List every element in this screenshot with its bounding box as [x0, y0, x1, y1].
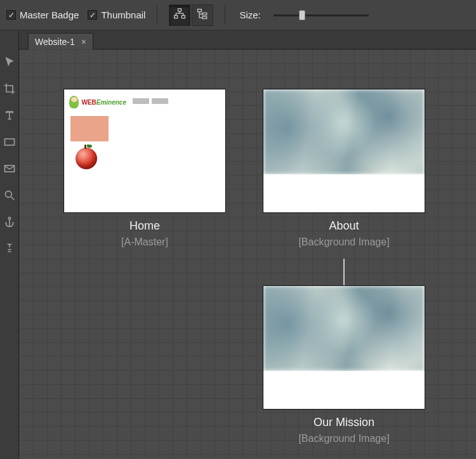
anchor-icon: [3, 216, 16, 230]
zoom-tool[interactable]: [3, 189, 17, 203]
content-block: [70, 116, 109, 141]
thumbnail-checkbox[interactable]: ✓ Thumbnail: [88, 10, 145, 20]
page-master-label: [Background Image]: [298, 433, 389, 444]
options-bar: ✓ Master Badge ✓ Thumbnail: [0, 0, 476, 30]
apple-image-icon: [76, 148, 97, 169]
view-mode-group: [169, 4, 213, 26]
background-image-icon: [263, 286, 425, 371]
page-thumbnail-home[interactable]: WEBEminence: [63, 89, 226, 213]
page-title: About: [329, 219, 359, 233]
page-card-about[interactable]: About [Background Image]: [263, 89, 425, 248]
mascot-icon: [69, 96, 79, 108]
page-thumbnail-mission[interactable]: [263, 285, 425, 410]
logo: WEBEminence: [69, 94, 126, 110]
rectangle-tool[interactable]: [3, 136, 17, 150]
anchor-tool[interactable]: [3, 216, 17, 230]
master-badge-checkbox[interactable]: ✓ Master Badge: [6, 10, 79, 20]
sitemap-horizontal-icon: [173, 8, 186, 22]
envelope-icon: [3, 162, 16, 177]
crop-icon: [3, 82, 16, 97]
svg-rect-6: [4, 139, 14, 145]
svg-rect-4: [202, 13, 207, 15]
content-area: [263, 371, 425, 409]
rectangle-icon: [3, 136, 16, 150]
plan-canvas[interactable]: WEBEminence Home [A-Master]: [19, 49, 476, 459]
logo-text-a: WEB: [81, 99, 96, 106]
checkbox-icon: ✓: [88, 10, 97, 20]
background-image-icon: [263, 89, 425, 174]
page-master-label: [Background Image]: [298, 236, 389, 248]
vertical-plan-button[interactable]: [192, 4, 213, 26]
page-card-mission[interactable]: Our Mission [Background Image]: [263, 285, 425, 444]
crop-tool[interactable]: [3, 82, 17, 96]
page-title: Our Mission: [314, 416, 374, 429]
svg-point-8: [5, 191, 11, 197]
svg-rect-2: [182, 16, 185, 18]
logo-text-b: Eminence: [96, 99, 126, 106]
vertical-text-icon: [3, 242, 16, 257]
tab-close-button[interactable]: ×: [81, 37, 86, 46]
vertical-text-tool[interactable]: [3, 242, 17, 256]
page-card-home[interactable]: WEBEminence Home [A-Master]: [63, 89, 226, 248]
magnifier-icon: [3, 189, 16, 204]
tab-strip: Website-1 ×: [19, 30, 476, 49]
cursor-icon: [3, 56, 16, 70]
tab-label: Website-1: [35, 37, 75, 47]
svg-point-9: [8, 217, 10, 219]
content-area: [263, 174, 425, 212]
page-title: Home: [129, 219, 160, 233]
divider: [157, 6, 157, 25]
slider-track: [274, 15, 369, 16]
page-master-label: [A-Master]: [121, 236, 168, 248]
workspace: Website-1 × WEBEminence: [0, 30, 476, 459]
size-slider[interactable]: [274, 9, 369, 22]
document-area: Website-1 × WEBEminence: [19, 30, 476, 459]
tool-column: [0, 30, 19, 459]
page-thumbnail-about[interactable]: [263, 89, 425, 213]
svg-rect-5: [202, 16, 207, 18]
size-label: Size:: [239, 10, 260, 20]
sitemap-vertical-icon: [196, 8, 209, 22]
svg-rect-0: [178, 9, 182, 11]
text-tool[interactable]: [3, 109, 17, 123]
svg-rect-3: [198, 10, 202, 12]
close-icon: ×: [81, 37, 86, 47]
checkbox-icon: ✓: [6, 10, 16, 20]
master-badge-label: Master Badge: [20, 10, 79, 20]
mail-tool[interactable]: [3, 162, 17, 176]
text-icon: [3, 109, 16, 124]
horizontal-plan-button[interactable]: [169, 4, 190, 26]
nav-placeholder: [133, 98, 168, 104]
page-connector: [343, 259, 345, 285]
svg-rect-1: [175, 16, 178, 18]
selection-tool[interactable]: [3, 56, 17, 70]
thumbnail-label: Thumbnail: [101, 10, 145, 20]
divider: [225, 6, 225, 25]
logo-text: WEBEminence: [81, 99, 126, 106]
document-tab[interactable]: Website-1 ×: [28, 33, 93, 49]
slider-thumb-icon[interactable]: [299, 10, 305, 20]
